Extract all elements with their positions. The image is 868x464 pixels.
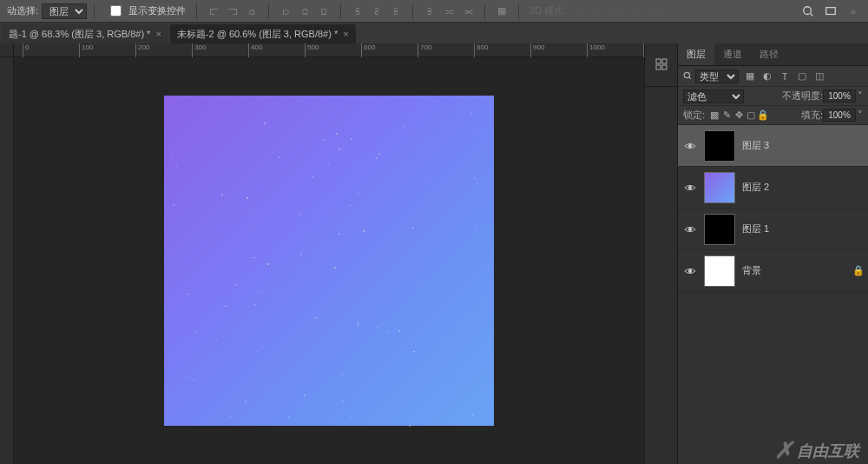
align-left-icon[interactable]: ⫍ [207, 4, 220, 18]
svg-point-12 [688, 269, 692, 273]
lock-all-icon[interactable]: 🔒 [757, 109, 769, 122]
align-more-icon[interactable]: ▦ [495, 4, 509, 18]
tab-layers[interactable]: 图层 [678, 43, 714, 65]
layer-item[interactable]: 背景🔒 [678, 250, 868, 292]
search-icon[interactable] [683, 71, 692, 82]
document-tab[interactable]: 题-1 @ 68.3% (图层 3, RGB/8#) * × [2, 24, 168, 43]
svg-rect-3 [656, 59, 661, 63]
visibility-eye-icon[interactable] [683, 222, 697, 236]
lock-transparency-icon[interactable]: ▩ [708, 109, 720, 122]
scale-3d-icon: ■ [648, 4, 662, 18]
tab-label: 题-1 @ 68.3% (图层 3, RGB/8#) * [9, 28, 150, 41]
layer-thumbnail[interactable] [704, 130, 735, 162]
canvas[interactable] [164, 96, 494, 426]
lock-label: 锁定: [683, 109, 705, 122]
distribute-top-icon[interactable]: ⫖ [423, 4, 437, 18]
canvas-viewport[interactable] [14, 57, 644, 464]
distribute-right-icon[interactable]: ⫕ [389, 4, 403, 18]
divider [196, 3, 197, 19]
align-top-icon[interactable]: ⫐ [279, 4, 293, 18]
layer-filter-row: 类型 ▦ ◐ T ▢ ◫ [678, 66, 868, 87]
opacity-input[interactable] [823, 89, 856, 103]
tab-paths[interactable]: 路径 [751, 43, 787, 65]
visibility-eye-icon[interactable] [683, 181, 697, 195]
divider [94, 3, 95, 19]
panel-tab-bar: 图层 通道 路径 [678, 43, 868, 66]
layer-thumbnail[interactable] [704, 214, 735, 245]
fill-input[interactable] [823, 109, 856, 122]
layer-name-label[interactable]: 图层 2 [742, 181, 863, 194]
canvas-content [164, 96, 494, 426]
visibility-eye-icon[interactable] [683, 139, 697, 153]
distribute-left-icon[interactable]: ⫓ [351, 4, 365, 18]
show-transform-checkbox[interactable] [110, 5, 122, 17]
ruler-tick: 500 [305, 43, 319, 57]
auto-select-dropdown[interactable]: 图层 [42, 3, 87, 19]
document-tabs-bar: 题-1 @ 68.3% (图层 3, RGB/8#) * × 未标题-2 @ 6… [0, 23, 868, 43]
svg-rect-6 [662, 65, 667, 70]
layer-name-label[interactable]: 图层 1 [742, 222, 863, 235]
distribute-center-v-icon[interactable]: ⫗ [442, 4, 456, 18]
lock-fill-row: 锁定: ▩ ✎ ✥ ▢ 🔒 填充: ˅ [678, 106, 868, 125]
filter-adjustment-icon[interactable]: ◐ [761, 70, 773, 83]
panel-dock-gutter [644, 43, 677, 464]
align-center-h-icon[interactable]: ⫎ [226, 4, 240, 18]
divider [268, 3, 269, 19]
distribute-center-h-icon[interactable]: ⫔ [370, 4, 384, 18]
filter-shape-icon[interactable]: ▢ [796, 70, 808, 83]
auto-select-label: 动选择: [3, 4, 42, 17]
align-bottom-icon[interactable]: ⫒ [317, 4, 331, 18]
align-right-icon[interactable]: ⫏ [245, 4, 259, 18]
canvas-area: 010020030040050060070080090010001100 [0, 43, 644, 464]
chevron-down-icon[interactable]: ˅ [858, 90, 863, 102]
distribute-bottom-icon[interactable]: ⫘ [461, 4, 475, 18]
collapsed-panel-icon[interactable] [645, 43, 677, 87]
ruler-tick: 200 [135, 43, 149, 57]
filter-pixel-icon[interactable]: ▦ [744, 70, 756, 83]
layer-name-label[interactable]: 图层 3 [742, 139, 863, 152]
panel-icon [654, 57, 668, 73]
svg-rect-2 [826, 7, 836, 14]
lock-artboard-icon[interactable]: ▢ [745, 109, 757, 122]
svg-point-11 [688, 228, 692, 231]
lock-pixels-icon[interactable]: ✎ [720, 109, 733, 122]
visibility-eye-icon[interactable] [683, 264, 697, 278]
filter-smart-icon[interactable]: ◫ [813, 70, 825, 83]
ruler-horizontal[interactable]: 010020030040050060070080090010001100 [14, 43, 644, 57]
layer-item[interactable]: 图层 3 [678, 125, 868, 167]
layer-item[interactable]: 图层 1 [678, 209, 868, 250]
svg-point-9 [688, 144, 692, 148]
svg-line-1 [811, 13, 813, 16]
ruler-tick: 800 [474, 43, 488, 57]
blend-mode-dropdown[interactable]: 滤色 [683, 89, 744, 103]
tab-channels[interactable]: 通道 [714, 43, 751, 65]
close-icon[interactable]: × [343, 29, 348, 39]
lock-position-icon[interactable]: ✥ [733, 109, 745, 122]
svg-point-0 [804, 6, 812, 14]
ruler-tick: 600 [361, 43, 375, 57]
search-icon[interactable] [799, 3, 817, 20]
lock-icon[interactable]: 🔒 [852, 265, 863, 276]
layer-thumbnail[interactable] [704, 255, 735, 287]
close-icon[interactable]: × [155, 29, 161, 39]
filter-text-icon[interactable]: T [779, 70, 791, 83]
filter-type-dropdown[interactable]: 类型 [695, 70, 739, 83]
svg-rect-4 [662, 59, 667, 63]
divider [484, 3, 485, 19]
svg-point-7 [684, 72, 689, 77]
ruler-vertical[interactable] [0, 57, 14, 464]
layer-name-label[interactable]: 背景 [742, 264, 852, 277]
screen-mode-icon[interactable] [822, 3, 839, 20]
svg-point-10 [688, 186, 692, 189]
chevron-down-icon[interactable]: ˅ [858, 109, 863, 121]
layer-thumbnail[interactable] [704, 172, 735, 203]
ruler-tick: 1100 [643, 43, 644, 57]
align-center-v-icon[interactable]: ⫑ [298, 4, 312, 18]
overflow-icon[interactable]: » [845, 3, 862, 20]
document-tab[interactable]: 未标题-2 @ 60.6% (图层 3, RGB/8#) * × [170, 24, 356, 43]
ruler-tick: 700 [418, 43, 431, 57]
divider [518, 3, 519, 19]
svg-rect-5 [656, 65, 661, 70]
ruler-origin[interactable] [0, 43, 14, 57]
layer-item[interactable]: 图层 2 [678, 167, 868, 209]
